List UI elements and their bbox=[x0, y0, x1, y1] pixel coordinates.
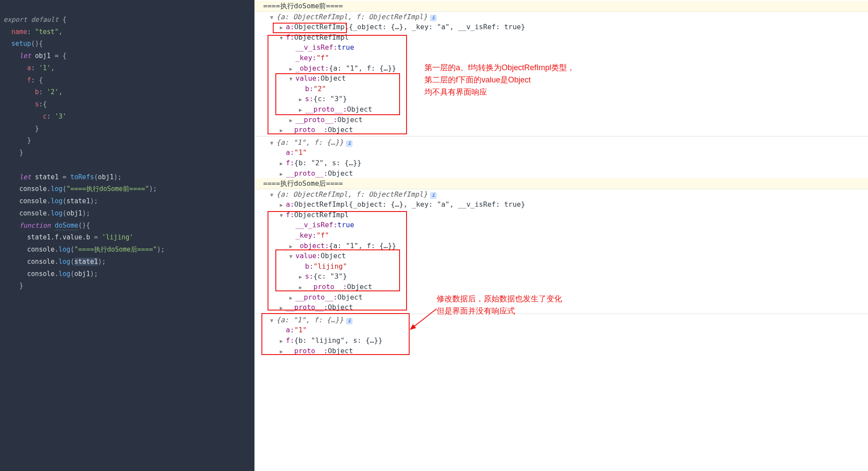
val-b: '2' bbox=[47, 88, 58, 96]
disclosure-triangle-icon[interactable] bbox=[299, 273, 304, 280]
annotation-bottom: 修改数据后，原始数据也发生了变化 但是界面并没有响应式 bbox=[437, 293, 562, 317]
log-str-before: "====执行doSome前====" bbox=[67, 185, 149, 193]
disclosure-triangle-icon[interactable] bbox=[280, 212, 285, 219]
obj1-a: a: "1" bbox=[254, 147, 868, 158]
val-c: '3' bbox=[54, 113, 66, 120]
id-obj1: obj1 bbox=[35, 52, 51, 60]
disclosure-triangle-icon[interactable] bbox=[299, 284, 304, 291]
disclosure-triangle-icon[interactable] bbox=[280, 348, 285, 355]
kw-let2: let bbox=[19, 173, 31, 181]
prop-f-proto[interactable]: __proto__: Object bbox=[254, 115, 868, 125]
obj1-after-a: a: "1" bbox=[254, 325, 868, 335]
obj1-after-proto[interactable]: __proto__: Object bbox=[254, 346, 868, 356]
prop-v-isRef: __v_isRef: true bbox=[254, 42, 868, 53]
prop-root-proto[interactable]: __proto__: Object bbox=[254, 125, 868, 135]
devtools-console: ====执行doSome前==== {a: ObjectRefImpl, f: … bbox=[254, 0, 868, 471]
info-icon[interactable]: i bbox=[430, 192, 437, 199]
disclosure-triangle-icon[interactable] bbox=[280, 201, 285, 208]
name-value: "test" bbox=[35, 28, 58, 36]
kw-export: export bbox=[3, 16, 27, 24]
prop-b: b bbox=[35, 88, 39, 96]
prop-value-b-after: b: "lijing" bbox=[254, 261, 868, 272]
log-arg-state1-after: state1 bbox=[75, 258, 98, 266]
disclosure-triangle-icon[interactable] bbox=[289, 294, 295, 301]
kw-default: default bbox=[31, 16, 58, 24]
log-arg-state1: state1 bbox=[67, 197, 90, 205]
prop-a-line-after[interactable]: a: ObjectRefImpl {_object: {…}, _key: "a… bbox=[254, 199, 868, 210]
fn-toRefs: toRefs bbox=[71, 173, 94, 181]
disclosure-triangle-icon[interactable] bbox=[280, 160, 285, 167]
disclosure-triangle-icon[interactable] bbox=[289, 253, 295, 260]
disclosure-triangle-icon[interactable] bbox=[289, 75, 295, 82]
log-str-after: "====执行doSome后====" bbox=[75, 246, 157, 253]
kw-let: let bbox=[19, 52, 31, 60]
prop-s: s bbox=[35, 100, 39, 108]
assignment-lhs: state1.f.value.b bbox=[27, 233, 90, 241]
prop-a: a bbox=[27, 64, 31, 72]
disclosure-triangle-icon[interactable] bbox=[289, 117, 295, 124]
disclosure-triangle-icon[interactable] bbox=[289, 65, 295, 72]
disclosure-triangle-icon[interactable] bbox=[280, 24, 285, 31]
obj1-f[interactable]: f: {b: "2", s: {…}} bbox=[254, 158, 868, 168]
assignment-rhs: 'lijing' bbox=[102, 233, 133, 241]
fn-log: log bbox=[51, 185, 62, 193]
prop-value-after[interactable]: value: Object bbox=[254, 251, 868, 261]
prop-name: name bbox=[11, 28, 27, 36]
val-a: '1' bbox=[39, 64, 51, 72]
log-arg-obj1: obj1 bbox=[67, 209, 82, 217]
disclosure-triangle-icon[interactable] bbox=[280, 304, 285, 311]
obj1-proto[interactable]: __proto__: Object bbox=[254, 168, 868, 179]
info-icon[interactable]: i bbox=[346, 140, 353, 147]
disclosure-triangle-icon[interactable] bbox=[280, 338, 285, 345]
disclosure-triangle-icon[interactable] bbox=[289, 243, 295, 250]
prop-value-proto[interactable]: __proto__: Object bbox=[254, 104, 868, 115]
disclosure-triangle-icon[interactable] bbox=[270, 14, 275, 21]
arg-obj1: obj1 bbox=[98, 173, 114, 181]
console-section-before: ====执行doSome前==== bbox=[254, 1, 868, 12]
id-console: console bbox=[19, 185, 47, 193]
kw-function: function bbox=[19, 222, 51, 229]
console-section-after: ====执行doSome后==== bbox=[254, 178, 868, 189]
prop-f-line-after[interactable]: f: ObjectRefImpl bbox=[254, 210, 868, 220]
section-before-text: ====执行doSome前==== bbox=[263, 1, 343, 11]
info-icon[interactable]: i bbox=[430, 15, 437, 21]
fn-doSome: doSome bbox=[54, 222, 78, 229]
disclosure-triangle-icon[interactable] bbox=[299, 106, 304, 113]
disclosure-triangle-icon[interactable] bbox=[270, 191, 275, 198]
disclosure-triangle-icon[interactable] bbox=[280, 34, 285, 41]
disclosure-triangle-icon[interactable] bbox=[270, 317, 275, 324]
info-icon[interactable]: i bbox=[346, 318, 353, 324]
log-arg-obj1-after: obj1 bbox=[75, 270, 90, 278]
disclosure-triangle-icon[interactable] bbox=[299, 96, 304, 103]
disclosure-triangle-icon[interactable] bbox=[270, 140, 275, 147]
disclosure-triangle-icon[interactable] bbox=[280, 127, 285, 134]
section-after-text: ====执行doSome后==== bbox=[263, 179, 343, 188]
prop-f-line[interactable]: f: ObjectRefImpl bbox=[254, 32, 868, 43]
prop-f: f bbox=[27, 76, 31, 84]
log-state1-summary[interactable]: {a: ObjectRefImpl, f: ObjectRefImpl} i bbox=[254, 12, 868, 22]
log-state1-after-summary[interactable]: {a: ObjectRefImpl, f: ObjectRefImpl} i bbox=[254, 189, 868, 200]
id-state1: state1 bbox=[35, 173, 58, 181]
prop-c: c bbox=[43, 113, 47, 120]
fn-setup: setup bbox=[11, 40, 31, 48]
log-obj1-summary[interactable]: {a: "1", f: {…}} i bbox=[254, 137, 868, 148]
prop-a-line[interactable]: a: ObjectRefImpl {_object: {…}, _key: "a… bbox=[254, 22, 868, 32]
obj-summary: {a: ObjectRefImpl, f: ObjectRefImpl} bbox=[276, 12, 427, 22]
annotation-top: 第一层的a、f均转换为ObjectRefImpl类型， 第二层的f下面的valu… bbox=[424, 62, 575, 99]
code-editor: export default { name: "test", setup(){ … bbox=[0, 0, 254, 471]
disclosure-triangle-icon[interactable] bbox=[280, 171, 285, 177]
obj1-after-f[interactable]: f: {b: "lijing", s: {…}} bbox=[254, 335, 868, 346]
